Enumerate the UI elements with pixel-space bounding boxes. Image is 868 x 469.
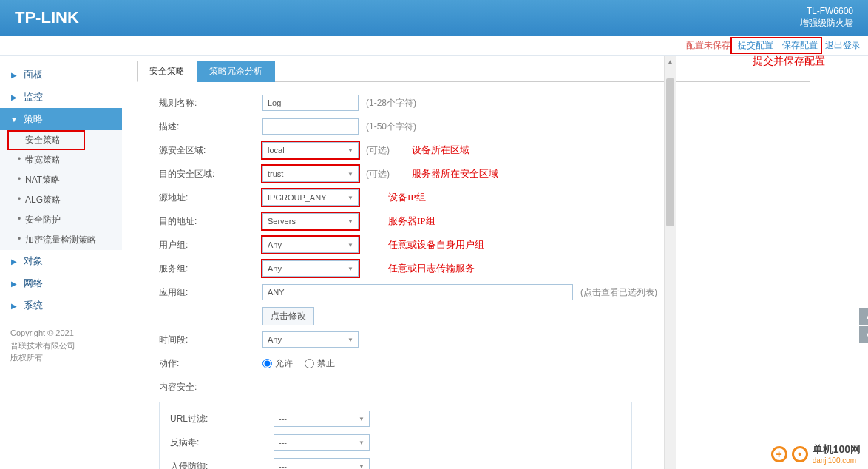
chevron-right-icon: ▶ bbox=[10, 302, 18, 310]
tab-redundancy-analysis[interactable]: 策略冗余分析 bbox=[197, 61, 275, 82]
time-select[interactable]: Any bbox=[262, 331, 359, 348]
nav-system[interactable]: ▶系统 bbox=[0, 294, 122, 317]
url-filter-select[interactable]: --- bbox=[274, 411, 370, 427]
nav-monitor[interactable]: ▶监控 bbox=[0, 86, 122, 108]
model-name: TL-FW6600 bbox=[800, 6, 853, 18]
src-addr-label: 源地址: bbox=[159, 192, 262, 204]
dst-zone-select[interactable]: trust bbox=[262, 166, 359, 182]
nav-policy-submenu: 安全策略 带宽策略 NAT策略 ALG策略 安全防护 加密流量检测策略 bbox=[0, 130, 122, 250]
tab-bar: 安全策略 策略冗余分析 bbox=[137, 61, 868, 82]
desc-input[interactable] bbox=[262, 118, 359, 135]
rule-name-label: 规则名称: bbox=[159, 97, 262, 109]
copyright: Copyright © 2021 普联技术有限公司 版权所有 bbox=[0, 317, 122, 374]
app-group-input[interactable]: ANY bbox=[262, 284, 573, 300]
chevron-right-icon: ▶ bbox=[10, 257, 18, 266]
chevron-right-icon: ▶ bbox=[10, 280, 18, 288]
annotation-src-addr: 设备IP组 bbox=[388, 191, 426, 204]
chevron-down-icon: ▼ bbox=[10, 115, 18, 124]
go-to-bottom-button[interactable]: ▼前往底部 bbox=[859, 326, 868, 343]
modify-button[interactable]: 点击修改 bbox=[262, 307, 314, 325]
content-security-label: 内容安全: bbox=[159, 381, 262, 394]
logo: TP-LINK bbox=[15, 8, 79, 27]
scroll-up-icon[interactable]: ▲ bbox=[665, 58, 676, 66]
chevron-down-icon: ▼ bbox=[865, 331, 868, 339]
src-zone-select[interactable]: local bbox=[262, 142, 359, 158]
app-group-hint: (点击查看已选列表) bbox=[580, 286, 657, 299]
nav-security-policy[interactable]: 安全策略 bbox=[7, 130, 85, 150]
nav-alg-policy[interactable]: ALG策略 bbox=[0, 190, 122, 210]
app-group-label: 应用组: bbox=[159, 286, 262, 299]
model-desc: 增强级防火墙 bbox=[800, 18, 853, 30]
src-zone-hint: (可选) bbox=[366, 144, 390, 157]
nav-panel[interactable]: ▶面板 bbox=[0, 64, 122, 86]
action-allow-radio[interactable]: 允许 bbox=[262, 357, 293, 370]
main-content: 安全策略 策略冗余分析 规则名称: Log (1-28个字符) 描述: (1-5… bbox=[122, 56, 868, 469]
annotation-src-zone: 设备所在区域 bbox=[412, 144, 469, 157]
nav-encrypted-traffic[interactable]: 加密流量检测策略 bbox=[0, 230, 122, 250]
scroll-shortcut-buttons: ▲返回顶部 ▼前往底部 bbox=[859, 308, 868, 345]
app-header: TP-LINK TL-FW6600 增强级防火墙 bbox=[0, 0, 868, 36]
service-group-label: 服务组: bbox=[159, 263, 262, 275]
watermark-url: danji100.com bbox=[813, 456, 861, 465]
rule-name-hint: (1-28个字符) bbox=[366, 97, 416, 109]
save-config-link[interactable]: 保存配置 bbox=[779, 38, 821, 53]
ips-label: 入侵防御: bbox=[170, 460, 274, 470]
chevron-right-icon: ▶ bbox=[10, 93, 18, 101]
chevron-up-icon: ▲ bbox=[865, 313, 868, 320]
dst-addr-label: 目的地址: bbox=[159, 215, 262, 228]
service-group-select[interactable]: Any bbox=[262, 260, 359, 277]
watermark-icon: + bbox=[771, 446, 787, 462]
rule-name-input[interactable]: Log bbox=[262, 95, 359, 111]
nav-policy[interactable]: ▼策略 bbox=[0, 108, 122, 130]
content-security-panel: URL过滤: --- 反病毒: --- 入侵防御: --- 文件过滤: --- … bbox=[159, 402, 632, 469]
annotation-dst-addr: 服务器IP组 bbox=[388, 215, 435, 228]
nav-nat-policy[interactable]: NAT策略 bbox=[0, 170, 122, 190]
nav-bandwidth-policy[interactable]: 带宽策略 bbox=[0, 150, 122, 170]
action-label: 动作: bbox=[159, 357, 262, 370]
scrollbar[interactable]: ▲ ▼ bbox=[664, 56, 676, 469]
antivirus-label: 反病毒: bbox=[170, 436, 274, 449]
src-addr-select[interactable]: IPGROUP_ANY bbox=[262, 189, 359, 206]
src-zone-label: 源安全区域: bbox=[159, 144, 262, 157]
watermark-icon: • bbox=[792, 446, 808, 462]
tab-security-policy[interactable]: 安全策略 bbox=[137, 61, 197, 82]
dst-zone-hint: (可选) bbox=[366, 168, 390, 180]
scroll-thumb[interactable] bbox=[666, 78, 674, 226]
sidebar: ▶面板 ▶监控 ▼策略 安全策略 带宽策略 NAT策略 ALG策略 安全防护 加… bbox=[0, 56, 122, 469]
user-group-label: 用户组: bbox=[159, 239, 262, 252]
dst-addr-select[interactable]: Servers bbox=[262, 213, 359, 229]
back-to-top-button[interactable]: ▲返回顶部 bbox=[859, 308, 868, 325]
url-filter-label: URL过滤: bbox=[170, 413, 274, 425]
nav-object[interactable]: ▶对象 bbox=[0, 250, 122, 272]
annotation-service-group: 任意或日志传输服务 bbox=[388, 262, 475, 275]
form-area: 规则名称: Log (1-28个字符) 描述: (1-50个字符) 源安全区域:… bbox=[137, 82, 802, 469]
chevron-right-icon: ▶ bbox=[10, 71, 18, 79]
dst-zone-label: 目的安全区域: bbox=[159, 168, 262, 180]
desc-label: 描述: bbox=[159, 121, 262, 133]
top-action-bar: 配置未保存 提交配置 保存配置 退出登录 提交并保存配置 bbox=[0, 36, 868, 56]
nav-security-protection[interactable]: 安全防护 bbox=[0, 210, 122, 230]
submit-config-link[interactable]: 提交配置 bbox=[735, 38, 776, 53]
time-label: 时间段: bbox=[159, 334, 262, 346]
watermark-text: 单机100网 bbox=[813, 443, 861, 455]
nav-network[interactable]: ▶网络 bbox=[0, 272, 122, 294]
watermark: + • 单机100网 danji100.com bbox=[771, 443, 861, 465]
annotation-dst-zone: 服务器所在安全区域 bbox=[412, 167, 498, 180]
desc-hint: (1-50个字符) bbox=[366, 121, 416, 133]
config-unsaved-label: 配置未保存 bbox=[686, 39, 730, 52]
annotation-user-group: 任意或设备自身用户组 bbox=[388, 238, 484, 252]
antivirus-select[interactable]: --- bbox=[274, 434, 370, 451]
action-deny-radio[interactable]: 禁止 bbox=[305, 357, 335, 370]
logout-link[interactable]: 退出登录 bbox=[825, 39, 861, 52]
model-info: TL-FW6600 增强级防火墙 bbox=[800, 6, 853, 29]
ips-select[interactable]: --- bbox=[274, 458, 370, 469]
user-group-select[interactable]: Any bbox=[262, 237, 359, 253]
